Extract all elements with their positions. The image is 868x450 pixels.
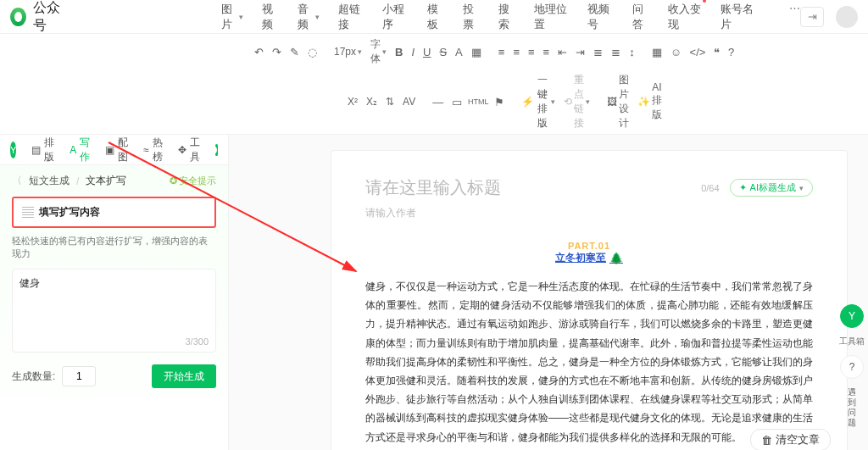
author-input[interactable]: 请输入作者 [365, 206, 416, 220]
quote-icon[interactable]: ❝ [714, 44, 720, 59]
rail-toolbox-icon[interactable]: Y [840, 304, 864, 328]
align-center-icon[interactable]: ≡ [513, 44, 520, 59]
rail-help-icon[interactable]: ? [840, 355, 864, 379]
safety-tip[interactable]: ✪安全提示 [170, 175, 216, 187]
nav-miniapp[interactable]: 小程序 [382, 2, 408, 32]
part-number: PART.01 [365, 241, 813, 251]
back-icon[interactable]: 〈 [12, 174, 22, 188]
nav-video[interactable]: 视频 [262, 2, 279, 32]
undo-icon[interactable]: ↶ [254, 44, 264, 59]
rail-help-label: 遇到问题 [848, 387, 856, 428]
strike-icon[interactable]: S [439, 44, 447, 59]
editor-paper[interactable]: 请在这里输入标题 0/64 ✦AI标题生成▾ 请输入作者 PART.01 立冬初… [331, 150, 848, 450]
italic-icon[interactable]: I [411, 44, 415, 59]
nav-monetize[interactable]: 收入变现 [668, 2, 703, 32]
tab-tools[interactable]: ✥工具 [178, 136, 200, 164]
exit-button[interactable]: ⇥ [800, 7, 824, 27]
editor-toolbar: ↶ ↷ ✎ ◌ 17px▾ 字体▾ B I U S A ▦ ≡ ≡ ≡ ≡ ⇤ … [0, 34, 868, 135]
help-icon[interactable]: ? [728, 44, 734, 59]
part-title: 立冬初寒至🌲 [555, 251, 623, 265]
trash-icon: 🗑 [761, 434, 772, 447]
superscript-icon[interactable]: X² [348, 96, 358, 108]
clear-format-icon[interactable]: ◌ [308, 44, 317, 59]
nav-template[interactable]: 模板 [427, 2, 444, 32]
expand-input-desc: 轻松快速的将已有内容进行扩写，增强内容的表现力 [12, 235, 216, 260]
float-actions: 🗑清空文章 ⚙文章设置 [750, 429, 831, 450]
clear-article-button[interactable]: 🗑清空文章 [750, 429, 831, 450]
code-icon[interactable]: </> [690, 44, 705, 59]
title-input[interactable]: 请在这里输入标题 [365, 176, 691, 199]
nav-location[interactable]: 地理位置 [534, 2, 569, 32]
ai-layout[interactable]: ✨AI排版 [637, 81, 662, 122]
subscript-icon[interactable]: X₂ [366, 96, 377, 108]
title-counter: 0/64 [701, 183, 719, 193]
nav-image[interactable]: 图片▾ [221, 2, 243, 32]
reset-link[interactable]: ⟲重点链接▾ [564, 73, 590, 131]
nav-card[interactable]: 账号名片 [721, 2, 755, 32]
table-icon[interactable]: ▦ [652, 44, 662, 59]
expand-textarea-wrap: 3/300 [12, 269, 216, 353]
letter-spacing-select[interactable]: AV [403, 96, 415, 108]
underline-icon[interactable]: U [423, 44, 431, 59]
redo-icon[interactable]: ↷ [272, 44, 281, 59]
align-left-icon[interactable]: ≡ [498, 44, 505, 59]
indent-inc-icon[interactable]: ⇥ [576, 44, 585, 59]
tab-write[interactable]: A写作 [70, 136, 90, 164]
nav-channel[interactable]: 视频号 [587, 2, 613, 32]
right-rail: Y 工具箱 ? 遇到问题 [839, 304, 865, 428]
ol-icon[interactable]: ≣ [593, 44, 603, 59]
breadcrumb-parent[interactable]: 短文生成 [29, 174, 70, 188]
tree-icon: 🌲 [609, 252, 623, 264]
notes-icon [22, 207, 34, 219]
gen-count-input[interactable] [62, 366, 96, 386]
expand-textarea[interactable] [19, 276, 209, 342]
article-body[interactable]: 健身，不仅仅是一种运动方式，它是一种生活态度的体现。在忙碌的生活节奏中，我们常常… [365, 277, 813, 447]
section-badge: PART.01 立冬初寒至🌲 [365, 241, 813, 265]
nav-search[interactable]: 搜索 [498, 2, 515, 32]
emoji-icon[interactable]: ☺ [670, 44, 682, 59]
brand-title: 公众号 [33, 0, 69, 35]
generate-button[interactable]: 开始生成 [152, 364, 216, 388]
left-tabs: Y ▤排版 A写作 ▣配图 ≈热榜 ✥工具 [0, 135, 228, 165]
align-justify-icon[interactable]: ≡ [543, 44, 550, 59]
tab-image[interactable]: ▣配图 [105, 136, 128, 164]
top-bar: 公众号 图片▾ 视频 音频▾ 超链接 小程序 模板 投票 搜索 地理位置 视频号… [0, 0, 868, 34]
logo-icon [10, 8, 26, 26]
anchor-icon[interactable]: ⚑ [494, 94, 504, 109]
nav-vote[interactable]: 投票 [463, 2, 480, 32]
html-icon[interactable]: HTML [470, 94, 486, 109]
breadcrumb-current: 文本扩写 [86, 174, 126, 188]
char-counter: 3/300 [185, 336, 209, 347]
brush-icon[interactable]: ✎ [290, 44, 299, 59]
ai-title-button[interactable]: ✦AI标题生成▾ [730, 179, 813, 197]
text-color-icon[interactable]: A [455, 44, 463, 59]
expand-input-title: 填写扩写内容 [39, 205, 100, 219]
avatar[interactable] [836, 6, 858, 28]
align-right-icon[interactable]: ≡ [528, 44, 535, 59]
tab-hot[interactable]: ≈热榜 [143, 136, 163, 164]
font-size-select[interactable]: 17px▾ [334, 46, 362, 58]
breadcrumb: 〈 短文生成 / 文本扩写 ✪安全提示 [12, 174, 216, 188]
left-panel: Y ▤排版 A写作 ▣配图 ≈热榜 ✥工具 〈 短文生成 / 文本扩写 ✪安全提… [0, 135, 229, 450]
line-height-select[interactable]: ⇅ [386, 96, 394, 108]
font-family-select[interactable]: 字体▾ [370, 37, 387, 66]
section-icon[interactable]: ▭ [452, 94, 462, 109]
bold-icon[interactable]: B [395, 44, 403, 59]
nav-audio[interactable]: 音频▾ [298, 2, 320, 32]
hr-icon[interactable]: — [432, 94, 443, 109]
plugin-logo-icon[interactable]: Y [10, 142, 16, 158]
nav-qa[interactable]: 问答 [632, 2, 649, 32]
nav-link[interactable]: 超链接 [338, 2, 364, 32]
editor-area: 请在这里输入标题 0/64 ✦AI标题生成▾ 请输入作者 PART.01 立冬初… [229, 135, 868, 450]
ul-icon[interactable]: ≣ [611, 44, 620, 59]
nav-more-icon[interactable]: ⋯ [789, 2, 800, 32]
indent-dec-icon[interactable]: ⇤ [558, 44, 567, 59]
plugin-toggle[interactable] [215, 144, 218, 156]
line-height-icon[interactable]: ↕ [629, 44, 635, 59]
image-design[interactable]: 🖼图片设计 [607, 73, 629, 131]
bg-color-icon[interactable]: ▦ [471, 44, 481, 59]
tab-typeset[interactable]: ▤排版 [31, 136, 54, 164]
one-click-layout[interactable]: ⚡一键排版▾ [521, 73, 555, 131]
gen-count-label: 生成数量: [12, 369, 55, 384]
rail-toolbox-label: 工具箱 [839, 336, 865, 347]
